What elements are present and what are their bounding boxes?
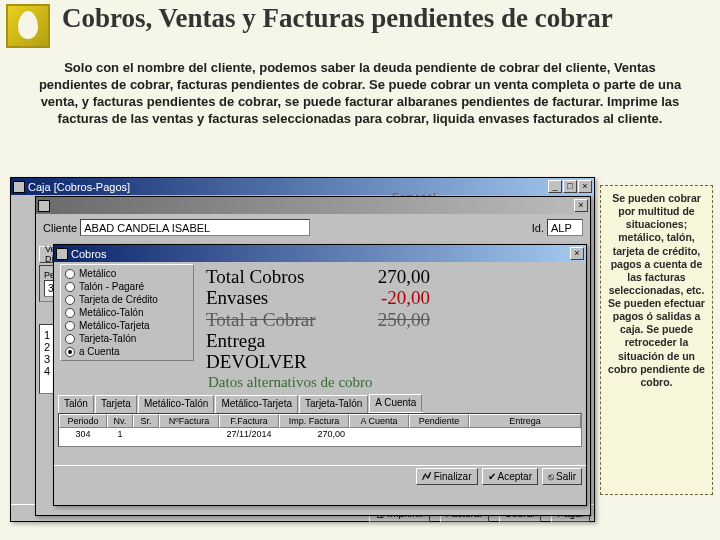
tab-talon[interactable]: Talón [58,395,94,413]
side-note: Se pueden cobrar por multitud de situaci… [600,185,713,495]
check-icon: 🗲 [422,471,432,482]
col-ffactura[interactable]: F.Factura [219,414,279,428]
col-nfactura[interactable]: NºFactura [159,414,219,428]
caja-titlebar[interactable]: Caja [Cobros-Pagos] _ □ × [11,178,594,195]
cell[interactable]: 270,00 [279,429,349,439]
radio-metalico[interactable]: Metálico [63,267,191,280]
radio-a-cuenta[interactable]: a Cuenta [63,345,191,358]
radio-tarjeta-talon[interactable]: Tarjeta-Talón [63,332,191,345]
datos-alt-label: Datos alternativos de cobro [208,374,373,391]
app-logo [6,4,50,48]
cliente-label: Cliente [43,222,77,234]
col-periodo[interactable]: Periodo [59,414,107,428]
radio-metalico-talon[interactable]: Metálico-Talón [63,306,191,319]
cell[interactable]: 1 [107,429,133,439]
payment-type-radios: Metálico Talón - Pagaré Tarjeta de Crédi… [60,264,194,361]
window-icon [56,248,68,260]
col-acuenta[interactable]: A Cuenta [349,414,409,428]
col-pendiente[interactable]: Pendiente [409,414,469,428]
tab-metalico-tarjeta[interactable]: Metálico-Tarjeta [215,395,298,413]
totals-block: Total Cobros270,00 Envases-20,00 Total a… [206,266,430,372]
ok-icon: ✔ [488,471,496,482]
col-nv[interactable]: Nv. [107,414,133,428]
cell[interactable]: 304 [59,429,107,439]
minimize-button[interactable]: _ [548,180,562,193]
exit-icon: ⎋ [548,471,554,482]
ventas-titlebar[interactable]: × [36,197,590,214]
cobros-footer: 🗲Finalizar ✔Aceptar ⎋Salir [54,465,586,487]
tab-metalico-talon[interactable]: Metálico-Talón [138,395,214,413]
close-button[interactable]: × [578,180,592,193]
salir-button[interactable]: ⎋Salir [542,468,582,485]
window-icon [13,181,25,193]
aceptar-button[interactable]: ✔Aceptar [482,468,538,485]
col-entrega[interactable]: Entrega [469,414,581,428]
page-description: Solo con el nombre del cliente, podemos … [30,60,690,128]
radio-metalico-tarjeta[interactable]: Metálico-Tarjeta [63,319,191,332]
tab-tarjeta[interactable]: Tarjeta [95,395,137,413]
id-label: Id. [532,222,544,234]
cliente-input[interactable] [80,219,310,236]
tab-tarjeta-talon[interactable]: Tarjeta-Talón [299,395,368,413]
cobros-window: Cobros × Metálico Talón - Pagaré Tarjeta… [53,244,587,506]
maximize-button[interactable]: □ [563,180,577,193]
col-imp[interactable]: Imp. Factura [279,414,349,428]
caja-title-text: Caja [Cobros-Pagos] [28,181,130,193]
window-icon [38,200,50,212]
id-input[interactable] [547,219,583,236]
payment-tabs: Talón Tarjeta Metálico-Talón Metálico-Ta… [58,394,423,413]
finalizar-button[interactable]: 🗲Finalizar [416,468,478,485]
payment-grid[interactable]: Periodo Nv. Sr. NºFactura F.Factura Imp.… [58,413,582,447]
radio-tarjeta[interactable]: Tarjeta de Crédito [63,293,191,306]
cobros-title-text: Cobros [71,248,106,260]
cobros-titlebar[interactable]: Cobros × [54,245,586,262]
close-button[interactable]: × [570,247,584,260]
cell[interactable]: 27/11/2014 [219,429,279,439]
tab-a-cuenta[interactable]: A Cuenta [369,394,422,412]
col-sr[interactable]: Sr. [133,414,159,428]
close-button[interactable]: × [574,199,588,212]
page-title: Cobros, Ventas y Facturas pendientes de … [62,3,710,34]
radio-talon[interactable]: Talón - Pagaré [63,280,191,293]
